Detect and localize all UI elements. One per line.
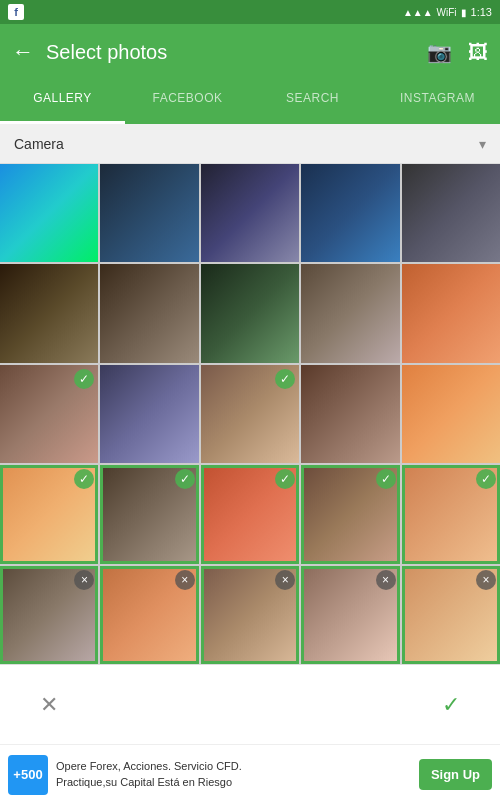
- tab-instagram[interactable]: INSTAGRAM: [375, 80, 500, 124]
- ad-logo: +500: [8, 755, 48, 795]
- tab-search[interactable]: SEARCH: [250, 80, 375, 124]
- tabs: GALLERY FACEBOOK SEARCH INSTAGRAM: [0, 80, 500, 124]
- cancel-button[interactable]: ✕: [40, 692, 58, 718]
- header-left: ← Select photos: [12, 39, 167, 65]
- photo-cell[interactable]: ×: [100, 566, 198, 664]
- photo-cell[interactable]: [0, 264, 98, 362]
- signal-icon: ▲▲▲: [403, 7, 433, 18]
- ad-line1: Opere Forex, Acciones. Servicio CFD.: [56, 759, 411, 774]
- photo-cell[interactable]: [402, 365, 500, 463]
- wifi-icon: WiFi: [437, 7, 457, 18]
- photo-cell[interactable]: ×: [402, 566, 500, 664]
- gallery-selector[interactable]: Camera ▾: [0, 124, 500, 164]
- photo-cell[interactable]: [100, 365, 198, 463]
- page-title: Select photos: [46, 41, 167, 64]
- gallery-label: Camera: [14, 136, 64, 152]
- photo-cell[interactable]: ✓: [301, 465, 399, 563]
- bottom-tray: ✕ ✓: [0, 664, 500, 744]
- photo-cell[interactable]: ✓: [201, 365, 299, 463]
- photo-cell[interactable]: ×: [0, 566, 98, 664]
- photo-cell[interactable]: [301, 264, 399, 362]
- photo-cell[interactable]: ✓: [0, 465, 98, 563]
- status-bar: f ▲▲▲ WiFi ▮ 1:13: [0, 0, 500, 24]
- time-label: 1:13: [471, 6, 492, 18]
- photo-cell[interactable]: [201, 264, 299, 362]
- photo-cell[interactable]: ✓: [201, 465, 299, 563]
- signup-button[interactable]: Sign Up: [419, 759, 492, 790]
- fb-icon: f: [8, 4, 24, 20]
- photo-cell[interactable]: ✓: [402, 465, 500, 563]
- photo-cell[interactable]: [301, 365, 399, 463]
- status-right: ▲▲▲ WiFi ▮ 1:13: [403, 6, 492, 18]
- header-icons: 📷 🖼: [427, 40, 488, 64]
- camera-icon[interactable]: 📷: [427, 40, 452, 64]
- photo-cell[interactable]: ×: [201, 566, 299, 664]
- back-button[interactable]: ←: [12, 39, 34, 65]
- confirm-button[interactable]: ✓: [442, 692, 460, 718]
- photo-cell[interactable]: [201, 164, 299, 262]
- ad-line2: Practique,su Capital Está en Riesgo: [56, 775, 411, 790]
- status-left: f: [8, 4, 24, 20]
- photo-cell[interactable]: ✓: [0, 365, 98, 463]
- photo-cell[interactable]: [100, 164, 198, 262]
- check-badge: ✓: [275, 369, 295, 389]
- photo-cell[interactable]: [402, 264, 500, 362]
- header: ← Select photos 📷 🖼: [0, 24, 500, 80]
- photo-cell[interactable]: [301, 164, 399, 262]
- photo-cell[interactable]: ✓: [100, 465, 198, 563]
- dropdown-arrow-icon: ▾: [479, 136, 486, 152]
- photo-cell[interactable]: ×: [301, 566, 399, 664]
- photo-grid: ✓ ✓ ✓ ✓ ✓ ✓ ✓ ×: [0, 164, 500, 664]
- gallery-icon[interactable]: 🖼: [468, 41, 488, 64]
- tab-gallery[interactable]: GALLERY: [0, 80, 125, 124]
- battery-icon: ▮: [461, 7, 467, 18]
- photo-cell[interactable]: [402, 164, 500, 262]
- tab-facebook[interactable]: FACEBOOK: [125, 80, 250, 124]
- ad-text: Opere Forex, Acciones. Servicio CFD. Pra…: [56, 759, 411, 790]
- photo-cell[interactable]: [100, 264, 198, 362]
- photo-cell[interactable]: [0, 164, 98, 262]
- ad-bar: +500 Opere Forex, Acciones. Servicio CFD…: [0, 744, 500, 800]
